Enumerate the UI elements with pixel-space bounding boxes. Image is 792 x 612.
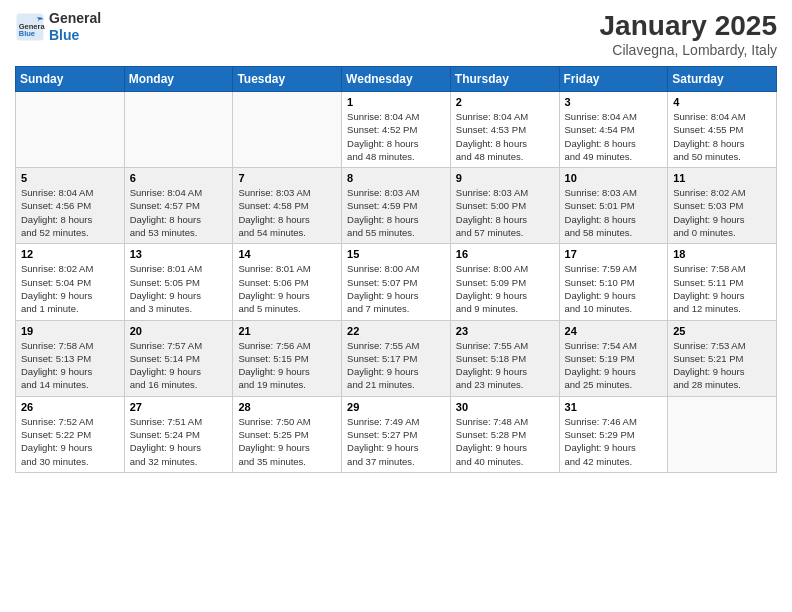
calendar-cell: 22Sunrise: 7:55 AM Sunset: 5:17 PM Dayli… bbox=[342, 320, 451, 396]
calendar-cell: 17Sunrise: 7:59 AM Sunset: 5:10 PM Dayli… bbox=[559, 244, 668, 320]
calendar-header-friday: Friday bbox=[559, 67, 668, 92]
calendar-week-row: 19Sunrise: 7:58 AM Sunset: 5:13 PM Dayli… bbox=[16, 320, 777, 396]
day-info: Sunrise: 7:50 AM Sunset: 5:25 PM Dayligh… bbox=[238, 415, 336, 468]
calendar-cell: 23Sunrise: 7:55 AM Sunset: 5:18 PM Dayli… bbox=[450, 320, 559, 396]
calendar-header-tuesday: Tuesday bbox=[233, 67, 342, 92]
day-info: Sunrise: 8:04 AM Sunset: 4:54 PM Dayligh… bbox=[565, 110, 663, 163]
day-info: Sunrise: 7:56 AM Sunset: 5:15 PM Dayligh… bbox=[238, 339, 336, 392]
calendar-cell: 30Sunrise: 7:48 AM Sunset: 5:28 PM Dayli… bbox=[450, 396, 559, 472]
svg-text:Blue: Blue bbox=[19, 29, 35, 38]
day-number: 13 bbox=[130, 248, 228, 260]
day-number: 28 bbox=[238, 401, 336, 413]
day-info: Sunrise: 7:51 AM Sunset: 5:24 PM Dayligh… bbox=[130, 415, 228, 468]
calendar-header-wednesday: Wednesday bbox=[342, 67, 451, 92]
day-number: 26 bbox=[21, 401, 119, 413]
calendar-header-row: SundayMondayTuesdayWednesdayThursdayFrid… bbox=[16, 67, 777, 92]
day-number: 18 bbox=[673, 248, 771, 260]
day-number: 3 bbox=[565, 96, 663, 108]
day-info: Sunrise: 7:52 AM Sunset: 5:22 PM Dayligh… bbox=[21, 415, 119, 468]
day-info: Sunrise: 8:03 AM Sunset: 4:58 PM Dayligh… bbox=[238, 186, 336, 239]
day-info: Sunrise: 7:55 AM Sunset: 5:17 PM Dayligh… bbox=[347, 339, 445, 392]
calendar-cell: 29Sunrise: 7:49 AM Sunset: 5:27 PM Dayli… bbox=[342, 396, 451, 472]
calendar-cell: 13Sunrise: 8:01 AM Sunset: 5:05 PM Dayli… bbox=[124, 244, 233, 320]
logo-blue: Blue bbox=[49, 27, 79, 43]
calendar-cell: 19Sunrise: 7:58 AM Sunset: 5:13 PM Dayli… bbox=[16, 320, 125, 396]
calendar-cell: 26Sunrise: 7:52 AM Sunset: 5:22 PM Dayli… bbox=[16, 396, 125, 472]
calendar-cell bbox=[668, 396, 777, 472]
calendar-week-row: 1Sunrise: 8:04 AM Sunset: 4:52 PM Daylig… bbox=[16, 92, 777, 168]
day-number: 20 bbox=[130, 325, 228, 337]
calendar-cell: 2Sunrise: 8:04 AM Sunset: 4:53 PM Daylig… bbox=[450, 92, 559, 168]
day-number: 1 bbox=[347, 96, 445, 108]
day-number: 22 bbox=[347, 325, 445, 337]
day-number: 17 bbox=[565, 248, 663, 260]
logo: General Blue General Blue bbox=[15, 10, 101, 44]
calendar-cell: 15Sunrise: 8:00 AM Sunset: 5:07 PM Dayli… bbox=[342, 244, 451, 320]
day-number: 21 bbox=[238, 325, 336, 337]
day-info: Sunrise: 7:48 AM Sunset: 5:28 PM Dayligh… bbox=[456, 415, 554, 468]
day-info: Sunrise: 8:02 AM Sunset: 5:04 PM Dayligh… bbox=[21, 262, 119, 315]
day-number: 10 bbox=[565, 172, 663, 184]
day-number: 11 bbox=[673, 172, 771, 184]
calendar-cell: 3Sunrise: 8:04 AM Sunset: 4:54 PM Daylig… bbox=[559, 92, 668, 168]
day-info: Sunrise: 8:01 AM Sunset: 5:06 PM Dayligh… bbox=[238, 262, 336, 315]
day-info: Sunrise: 8:00 AM Sunset: 5:09 PM Dayligh… bbox=[456, 262, 554, 315]
day-number: 30 bbox=[456, 401, 554, 413]
day-info: Sunrise: 8:04 AM Sunset: 4:53 PM Dayligh… bbox=[456, 110, 554, 163]
calendar-cell: 20Sunrise: 7:57 AM Sunset: 5:14 PM Dayli… bbox=[124, 320, 233, 396]
day-info: Sunrise: 8:00 AM Sunset: 5:07 PM Dayligh… bbox=[347, 262, 445, 315]
calendar-cell: 21Sunrise: 7:56 AM Sunset: 5:15 PM Dayli… bbox=[233, 320, 342, 396]
day-number: 19 bbox=[21, 325, 119, 337]
day-number: 5 bbox=[21, 172, 119, 184]
day-info: Sunrise: 8:01 AM Sunset: 5:05 PM Dayligh… bbox=[130, 262, 228, 315]
calendar-header-monday: Monday bbox=[124, 67, 233, 92]
logo-text: General Blue bbox=[49, 10, 101, 44]
day-number: 25 bbox=[673, 325, 771, 337]
calendar-cell bbox=[124, 92, 233, 168]
calendar-week-row: 26Sunrise: 7:52 AM Sunset: 5:22 PM Dayli… bbox=[16, 396, 777, 472]
calendar-cell: 27Sunrise: 7:51 AM Sunset: 5:24 PM Dayli… bbox=[124, 396, 233, 472]
day-number: 29 bbox=[347, 401, 445, 413]
day-info: Sunrise: 8:03 AM Sunset: 5:01 PM Dayligh… bbox=[565, 186, 663, 239]
day-number: 4 bbox=[673, 96, 771, 108]
day-info: Sunrise: 7:57 AM Sunset: 5:14 PM Dayligh… bbox=[130, 339, 228, 392]
calendar-cell bbox=[16, 92, 125, 168]
calendar-header-saturday: Saturday bbox=[668, 67, 777, 92]
calendar-cell: 11Sunrise: 8:02 AM Sunset: 5:03 PM Dayli… bbox=[668, 168, 777, 244]
calendar-header-thursday: Thursday bbox=[450, 67, 559, 92]
title-block: January 2025 Cilavegna, Lombardy, Italy bbox=[600, 10, 777, 58]
calendar-cell: 1Sunrise: 8:04 AM Sunset: 4:52 PM Daylig… bbox=[342, 92, 451, 168]
day-number: 9 bbox=[456, 172, 554, 184]
day-info: Sunrise: 8:04 AM Sunset: 4:56 PM Dayligh… bbox=[21, 186, 119, 239]
day-number: 31 bbox=[565, 401, 663, 413]
day-info: Sunrise: 7:46 AM Sunset: 5:29 PM Dayligh… bbox=[565, 415, 663, 468]
calendar-cell: 10Sunrise: 8:03 AM Sunset: 5:01 PM Dayli… bbox=[559, 168, 668, 244]
calendar-cell: 24Sunrise: 7:54 AM Sunset: 5:19 PM Dayli… bbox=[559, 320, 668, 396]
day-number: 23 bbox=[456, 325, 554, 337]
day-info: Sunrise: 7:53 AM Sunset: 5:21 PM Dayligh… bbox=[673, 339, 771, 392]
logo-general: General bbox=[49, 10, 101, 26]
calendar-cell bbox=[233, 92, 342, 168]
day-info: Sunrise: 8:03 AM Sunset: 5:00 PM Dayligh… bbox=[456, 186, 554, 239]
day-info: Sunrise: 7:58 AM Sunset: 5:13 PM Dayligh… bbox=[21, 339, 119, 392]
day-info: Sunrise: 8:04 AM Sunset: 4:55 PM Dayligh… bbox=[673, 110, 771, 163]
calendar-cell: 18Sunrise: 7:58 AM Sunset: 5:11 PM Dayli… bbox=[668, 244, 777, 320]
calendar-cell: 28Sunrise: 7:50 AM Sunset: 5:25 PM Dayli… bbox=[233, 396, 342, 472]
day-info: Sunrise: 8:04 AM Sunset: 4:52 PM Dayligh… bbox=[347, 110, 445, 163]
day-info: Sunrise: 8:03 AM Sunset: 4:59 PM Dayligh… bbox=[347, 186, 445, 239]
day-number: 27 bbox=[130, 401, 228, 413]
day-info: Sunrise: 7:49 AM Sunset: 5:27 PM Dayligh… bbox=[347, 415, 445, 468]
calendar-cell: 7Sunrise: 8:03 AM Sunset: 4:58 PM Daylig… bbox=[233, 168, 342, 244]
calendar-cell: 31Sunrise: 7:46 AM Sunset: 5:29 PM Dayli… bbox=[559, 396, 668, 472]
calendar-week-row: 5Sunrise: 8:04 AM Sunset: 4:56 PM Daylig… bbox=[16, 168, 777, 244]
day-info: Sunrise: 7:59 AM Sunset: 5:10 PM Dayligh… bbox=[565, 262, 663, 315]
calendar-cell: 5Sunrise: 8:04 AM Sunset: 4:56 PM Daylig… bbox=[16, 168, 125, 244]
day-info: Sunrise: 8:04 AM Sunset: 4:57 PM Dayligh… bbox=[130, 186, 228, 239]
location-subtitle: Cilavegna, Lombardy, Italy bbox=[600, 42, 777, 58]
day-number: 8 bbox=[347, 172, 445, 184]
calendar-header-sunday: Sunday bbox=[16, 67, 125, 92]
day-info: Sunrise: 7:54 AM Sunset: 5:19 PM Dayligh… bbox=[565, 339, 663, 392]
logo-icon: General Blue bbox=[15, 12, 45, 42]
day-number: 2 bbox=[456, 96, 554, 108]
day-number: 24 bbox=[565, 325, 663, 337]
